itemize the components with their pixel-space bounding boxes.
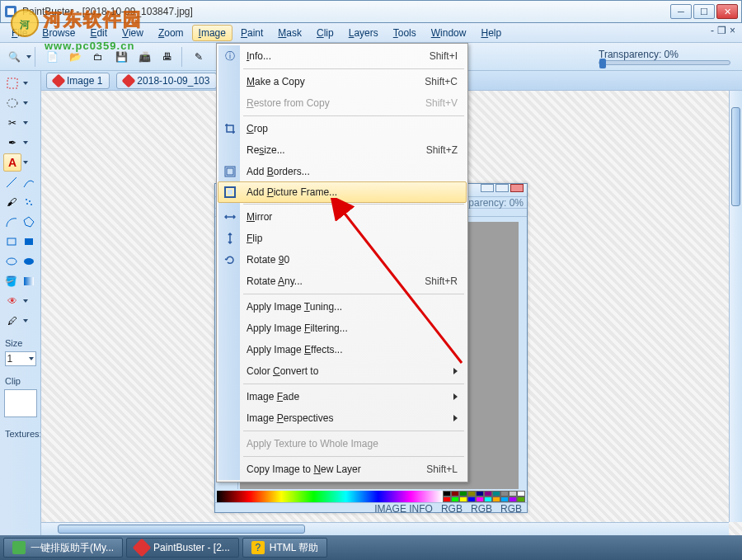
svg-point-6 (29, 200, 31, 202)
tool-gradient[interactable] (21, 272, 38, 290)
tool-spray[interactable] (21, 193, 38, 211)
menu-zoom[interactable]: Zoom (152, 25, 190, 41)
tool-browse[interactable]: 🗀 (87, 46, 109, 68)
menu-item-add-borders[interactable]: Add Borders... (218, 161, 466, 182)
menu-item-rotate-any[interactable]: Rotate Any...Shift+R (218, 271, 466, 292)
tool-rect[interactable] (3, 233, 20, 251)
vertical-scrollbar[interactable] (729, 91, 742, 522)
app-icon (4, 5, 17, 18)
taskbar-button-3[interactable]: ? HTML 帮助 (242, 538, 328, 558)
tool-fill[interactable]: 🪣 (3, 272, 20, 290)
tool-brush[interactable]: 🖌 (3, 193, 20, 211)
tool-print[interactable]: 🖶 (157, 46, 178, 68)
tool-smudge[interactable]: 🖊 (3, 312, 21, 330)
tool-text[interactable]: A (3, 153, 21, 172)
scrollbar-thumb[interactable] (731, 107, 740, 206)
tool-ellipse-fill[interactable] (21, 252, 38, 271)
menu-item-tuning[interactable]: Apply Image Tuning... (218, 296, 466, 318)
menu-image[interactable]: Image (192, 25, 232, 41)
chevron-down-icon[interactable] (23, 319, 28, 322)
tool-line[interactable] (3, 173, 20, 191)
print-icon: 🖶 (161, 50, 174, 64)
taskbar-button-1[interactable]: 一键排版助手(My... (3, 538, 123, 558)
menu-window[interactable]: Window (425, 25, 473, 41)
transparency-label: Transparency: 0% (599, 49, 679, 60)
chevron-down-icon[interactable] (23, 121, 28, 125)
menu-mask[interactable]: Mask (271, 25, 308, 41)
tool-new[interactable]: 📄 (41, 46, 63, 68)
tool-open[interactable]: 📂 (64, 46, 86, 68)
tool-select-rect[interactable] (3, 74, 21, 92)
minimize-button[interactable]: ─ (670, 4, 692, 19)
transparency-slider[interactable] (599, 60, 730, 65)
help-icon: ? (251, 541, 265, 554)
tool-polygon[interactable] (21, 213, 38, 231)
tool-eyedrop[interactable]: 👁 (3, 292, 21, 310)
menu-view[interactable]: View (115, 25, 150, 41)
menu-item-rotate-90[interactable]: Rotate 90 (218, 249, 466, 271)
tool-ellipse[interactable] (3, 252, 20, 271)
tool-rect-fill[interactable] (21, 233, 38, 251)
maximize-button[interactable]: ☐ (693, 4, 715, 19)
menu-item-flip[interactable]: Flip (218, 228, 466, 249)
child-palette[interactable] (217, 491, 525, 502)
tool-scan[interactable]: 📠 (134, 46, 155, 68)
mdi-close[interactable]: × (730, 25, 735, 36)
slider-thumb[interactable] (599, 59, 606, 68)
mdi-restore[interactable]: ❐ (717, 25, 726, 36)
menu-tools[interactable]: Tools (387, 25, 423, 41)
doc-tab-1[interactable]: Image 1 (46, 73, 110, 89)
eyedropper-icon: 👁 (7, 295, 17, 307)
mdi-minimize[interactable]: - (711, 25, 714, 36)
menu-clip[interactable]: Clip (310, 25, 340, 41)
menu-browse[interactable]: Browse (35, 25, 82, 41)
menu-item-color-convert[interactable]: Color Convert to (218, 360, 466, 382)
new-file-icon: 📄 (45, 50, 59, 64)
tool-magnify[interactable]: 🔍 (3, 46, 25, 68)
clip-preview (4, 389, 37, 417)
size-spinner[interactable]: 1 (5, 351, 36, 366)
menu-layers[interactable]: Layers (342, 25, 385, 41)
menu-help[interactable]: Help (474, 25, 508, 41)
color-ramp[interactable] (217, 491, 443, 502)
menu-item-info[interactable]: ⓘ Info...Shift+I (218, 45, 466, 67)
tool-extra1[interactable]: ✎ (188, 46, 209, 68)
info-icon: ⓘ (223, 49, 237, 64)
tool-curve[interactable] (21, 173, 38, 191)
taskbar-button-2[interactable]: PaintBuster - [2... (126, 538, 239, 558)
chevron-down-icon[interactable] (23, 82, 28, 85)
chevron-down-icon[interactable] (23, 101, 28, 105)
tool-save[interactable]: 💾 (110, 46, 132, 68)
tool-pen[interactable]: ✒ (3, 134, 21, 152)
menu-item-crop[interactable]: Crop (218, 118, 466, 139)
svg-marker-9 (24, 217, 34, 227)
menu-item-add-picture-frame[interactable]: Add Picture Frame... (218, 181, 467, 203)
horizontal-scrollbar[interactable] (41, 522, 729, 535)
chevron-down-icon[interactable] (23, 161, 28, 164)
menu-item-resize[interactable]: Resize...Shift+Z (218, 139, 466, 161)
menu-item-mirror[interactable]: Mirror (218, 206, 466, 228)
chevron-down-icon[interactable] (23, 141, 28, 144)
scrollbar-thumb[interactable] (58, 525, 305, 534)
menu-paint[interactable]: Paint (234, 25, 270, 41)
menu-item-copy-to-layer[interactable]: Copy Image to New LayerShift+L (218, 459, 466, 480)
menu-edit[interactable]: Edit (83, 25, 114, 41)
child-close[interactable] (510, 184, 524, 192)
menu-item-perspectives[interactable]: Image Perspectives (218, 407, 466, 429)
chevron-down-icon[interactable] (23, 299, 28, 303)
close-button[interactable]: ✕ (716, 4, 738, 19)
tool-scissors[interactable]: ✂ (3, 114, 21, 132)
menu-item-effects[interactable]: Apply Image Effects... (218, 339, 466, 360)
menu-file[interactable]: File (5, 25, 34, 41)
doc-tab-2[interactable]: 2018-10-09_103 (116, 73, 217, 89)
menu-item-image-fade[interactable]: Image Fade (218, 386, 466, 407)
tool-arc[interactable] (3, 213, 20, 231)
chevron-down-icon[interactable] (26, 55, 31, 59)
menu-item-make-copy[interactable]: Make a CopyShift+C (218, 71, 466, 92)
color-swatches[interactable] (443, 491, 525, 502)
child-statusbar: IMAGE INFO RGB RGB RGB (215, 502, 527, 512)
child-maximize[interactable] (495, 184, 509, 192)
menu-item-filtering[interactable]: Apply Image Filtering... (218, 318, 466, 339)
tool-lasso[interactable] (3, 94, 21, 112)
child-minimize[interactable] (481, 184, 494, 192)
